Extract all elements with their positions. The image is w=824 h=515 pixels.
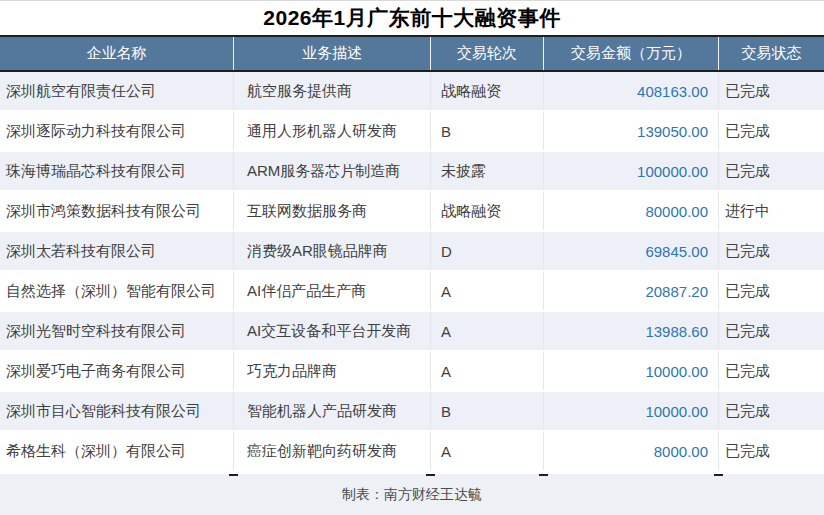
header-cell-round: 交易轮次 <box>430 37 543 70</box>
status-cell: 已完成 <box>718 352 824 390</box>
business-cell: 航空服务提供商 <box>233 72 430 110</box>
company-cell: 深圳光智时空科技有限公司 <box>0 312 233 350</box>
business-cell: 智能机器人产品研发商 <box>233 392 430 430</box>
table-row: 深圳逐际动力科技有限公司 通用人形机器人研发商 B 139050.00 已完成 <box>0 112 824 152</box>
column-border-tick <box>714 474 723 476</box>
column-border-tick <box>539 474 548 476</box>
business-cell: 通用人形机器人研发商 <box>233 112 430 150</box>
company-cell: 深圳市鸿策数据科技有限公司 <box>0 192 233 230</box>
status-cell: 已完成 <box>718 152 824 190</box>
table-row: 自然选择（深圳）智能有限公司 AI伴侣产品生产商 A 20887.20 已完成 <box>0 272 824 312</box>
company-cell: 深圳航空有限责任公司 <box>0 72 233 110</box>
business-cell: ARM服务器芯片制造商 <box>233 152 430 190</box>
table-row: 珠海博瑞晶芯科技有限公司 ARM服务器芯片制造商 未披露 100000.00 已… <box>0 152 824 192</box>
amount-cell: 10000.00 <box>543 352 718 390</box>
header-cell-company: 企业名称 <box>0 37 233 70</box>
amount-cell: 100000.00 <box>543 152 718 190</box>
table-body: 深圳航空有限责任公司 航空服务提供商 战略融资 408163.00 已完成 深圳… <box>0 72 824 472</box>
table-row: 深圳航空有限责任公司 航空服务提供商 战略融资 408163.00 已完成 <box>0 72 824 112</box>
round-cell: A <box>430 432 543 470</box>
table-header-row: 企业名称 业务描述 交易轮次 交易金额（万元） 交易状态 <box>0 37 824 72</box>
table-row: 深圳光智时空科技有限公司 AI交互设备和平台开发商 A 13988.60 已完成 <box>0 312 824 352</box>
company-cell: 深圳爱巧电子商务有限公司 <box>0 352 233 390</box>
status-cell: 已完成 <box>718 432 824 470</box>
business-cell: AI交互设备和平台开发商 <box>233 312 430 350</box>
company-cell: 深圳太若科技有限公司 <box>0 232 233 270</box>
table-row: 深圳市鸿策数据科技有限公司 互联网数据服务商 战略融资 80000.00 进行中 <box>0 192 824 232</box>
status-cell: 已完成 <box>718 392 824 430</box>
status-cell: 已完成 <box>718 272 824 310</box>
amount-cell: 8000.00 <box>543 432 718 470</box>
company-cell: 深圳逐际动力科技有限公司 <box>0 112 233 150</box>
table-row: 希格生科（深圳）有限公司 癌症创新靶向药研发商 A 8000.00 已完成 <box>0 432 824 472</box>
round-cell: A <box>430 352 543 390</box>
status-cell: 已完成 <box>718 112 824 150</box>
business-cell: 巧克力品牌商 <box>233 352 430 390</box>
round-cell: B <box>430 112 543 150</box>
page-title: 2026年1月广东前十大融资事件 <box>263 4 560 32</box>
column-border-tick <box>426 474 435 476</box>
table-row: 深圳爱巧电子商务有限公司 巧克力品牌商 A 10000.00 已完成 <box>0 352 824 392</box>
amount-cell: 20887.20 <box>543 272 718 310</box>
table-row: 深圳太若科技有限公司 消费级AR眼镜品牌商 D 69845.00 已完成 <box>0 232 824 272</box>
round-cell: A <box>430 272 543 310</box>
round-cell: B <box>430 392 543 430</box>
amount-cell: 69845.00 <box>543 232 718 270</box>
status-cell: 进行中 <box>718 192 824 230</box>
credit-note: 制表：南方财经王达毓 <box>342 486 482 504</box>
financing-table-page: 2026年1月广东前十大融资事件 企业名称 业务描述 交易轮次 交易金额（万元）… <box>0 0 824 515</box>
header-cell-amount: 交易金额（万元） <box>543 37 718 70</box>
title-band: 2026年1月广东前十大融资事件 <box>0 1 824 37</box>
round-cell: 战略融资 <box>430 192 543 230</box>
status-cell: 已完成 <box>718 72 824 110</box>
business-cell: 消费级AR眼镜品牌商 <box>233 232 430 270</box>
amount-cell: 80000.00 <box>543 192 718 230</box>
amount-cell: 13988.60 <box>543 312 718 350</box>
amount-cell: 408163.00 <box>543 72 718 110</box>
round-cell: 战略融资 <box>430 72 543 110</box>
amount-cell: 139050.00 <box>543 112 718 150</box>
table-row: 深圳市目心智能科技有限公司 智能机器人产品研发商 B 10000.00 已完成 <box>0 392 824 432</box>
business-cell: AI伴侣产品生产商 <box>233 272 430 310</box>
column-border-tick <box>229 474 238 476</box>
status-cell: 已完成 <box>718 232 824 270</box>
status-cell: 已完成 <box>718 312 824 350</box>
company-cell: 深圳市目心智能科技有限公司 <box>0 392 233 430</box>
company-cell: 自然选择（深圳）智能有限公司 <box>0 272 233 310</box>
company-cell: 希格生科（深圳）有限公司 <box>0 432 233 470</box>
header-cell-business: 业务描述 <box>233 37 430 70</box>
footer-band: 制表：南方财经王达毓 <box>0 474 824 515</box>
amount-cell: 10000.00 <box>543 392 718 430</box>
round-cell: D <box>430 232 543 270</box>
header-cell-status: 交易状态 <box>718 37 824 70</box>
business-cell: 互联网数据服务商 <box>233 192 430 230</box>
business-cell: 癌症创新靶向药研发商 <box>233 432 430 470</box>
round-cell: A <box>430 312 543 350</box>
company-cell: 珠海博瑞晶芯科技有限公司 <box>0 152 233 190</box>
round-cell: 未披露 <box>430 152 543 190</box>
